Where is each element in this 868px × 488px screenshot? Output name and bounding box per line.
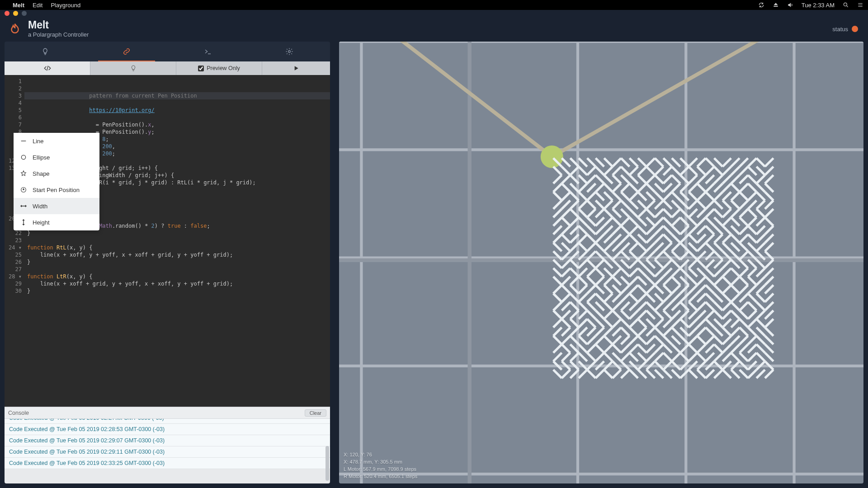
svg-line-30	[655, 158, 664, 167]
menu-icon[interactable]	[857, 2, 863, 8]
volume-icon[interactable]	[787, 2, 793, 8]
svg-line-242	[689, 226, 698, 235]
app-header: Melt a Polargraph Controller status	[0, 16, 868, 42]
zoom-window-button[interactable]	[22, 11, 27, 16]
svg-line-544	[604, 328, 613, 336]
svg-line-61	[697, 167, 706, 175]
svg-line-385	[579, 277, 587, 285]
svg-line-21	[579, 158, 587, 167]
console-scrollbar[interactable]	[326, 446, 329, 481]
svg-line-412	[587, 285, 596, 294]
svg-line-193	[714, 209, 723, 217]
minimize-window-button[interactable]	[13, 11, 18, 16]
svg-line-473	[663, 302, 672, 310]
svg-line-192	[706, 209, 714, 217]
toolbar-preview-only[interactable]: Preview Only	[176, 61, 262, 75]
svg-line-516	[587, 319, 596, 328]
svg-line-70	[553, 175, 562, 183]
svg-line-166	[706, 201, 714, 209]
svg-line-51	[613, 167, 621, 175]
svg-line-426	[706, 285, 714, 294]
svg-line-678	[638, 370, 646, 378]
toolbar-hints[interactable]	[90, 61, 176, 75]
svg-line-155	[613, 201, 621, 209]
code-editor[interactable]: 123456789101112 ▾13 ▾14151617181920 ▾212…	[5, 75, 330, 407]
svg-line-298	[722, 243, 731, 251]
overlay-mm-coords: X: 478.7 mm, Y: 305.5 mm	[344, 458, 417, 465]
plotter-canvas[interactable]: X: 120, Y: 76 X: 478.7 mm, Y: 305.5 mm L…	[339, 42, 863, 483]
menubar-item-edit[interactable]: Edit	[33, 2, 42, 9]
svg-line-286	[621, 243, 630, 251]
dropdown-item-line[interactable]: Line	[14, 133, 99, 149]
dropdown-item-shape[interactable]: Shape	[14, 165, 99, 182]
svg-line-118	[740, 183, 748, 192]
macos-menubar: Melt Edit Playground Tue 2:33 AM	[0, 0, 868, 10]
svg-line-530	[706, 319, 714, 328]
svg-line-446	[655, 294, 664, 302]
editor-content[interactable]: pattern from current Pen Position https:…	[24, 75, 330, 407]
svg-line-688	[722, 370, 731, 378]
connection-status[interactable]: status	[832, 26, 858, 33]
svg-line-636	[722, 353, 731, 361]
svg-line-160	[655, 201, 664, 209]
toolbar-insert-shape[interactable]	[5, 61, 90, 75]
dropdown-item-ellipse[interactable]: Ellipse	[14, 149, 99, 165]
svg-line-251	[765, 226, 774, 235]
svg-line-420	[655, 285, 664, 294]
toolbar-run[interactable]	[262, 61, 330, 75]
svg-line-517	[596, 319, 604, 328]
svg-line-615	[765, 344, 774, 353]
svg-line-627	[646, 353, 655, 361]
svg-line-525	[663, 319, 672, 328]
svg-line-391	[629, 277, 638, 285]
svg-line-205	[596, 217, 604, 226]
svg-line-113	[697, 183, 706, 192]
console-body[interactable]: Code Executed @ Tue Feb 05 2019 02:27:xx…	[5, 419, 330, 483]
svg-line-159	[646, 201, 655, 209]
svg-line-388	[604, 277, 613, 285]
svg-line-104	[621, 183, 630, 192]
svg-line-42	[756, 158, 765, 167]
svg-line-668	[553, 370, 562, 378]
menubar-item-playground[interactable]: Playground	[51, 2, 80, 9]
preview-only-checkbox[interactable]	[198, 66, 204, 71]
svg-line-208	[621, 217, 630, 226]
svg-line-256	[587, 235, 596, 243]
svg-line-635	[714, 353, 723, 361]
svg-line-372	[689, 268, 698, 277]
tab-link[interactable]	[86, 42, 167, 61]
svg-line-682	[672, 370, 680, 378]
tab-settings[interactable]	[249, 42, 330, 61]
svg-line-499	[663, 310, 672, 319]
svg-line-467	[613, 302, 621, 310]
svg-line-430	[740, 285, 748, 294]
svg-line-108	[655, 183, 664, 192]
svg-line-690	[740, 370, 748, 378]
console-row: Code Executed @ Tue Feb 05 2019 02:28:53…	[5, 424, 330, 435]
svg-line-533	[731, 319, 740, 328]
sync-icon[interactable]	[758, 2, 764, 8]
svg-line-681	[663, 370, 672, 378]
svg-line-411	[579, 285, 587, 294]
svg-line-66	[740, 167, 748, 175]
menubar-app-name[interactable]: Melt	[13, 2, 24, 9]
svg-line-184	[638, 209, 646, 217]
console-clear-button[interactable]: Clear	[305, 409, 326, 417]
menubar-clock[interactable]: Tue 2:33 AM	[802, 2, 835, 9]
insert-shape-dropdown[interactable]: LineEllipseShapeStart Pen PositionWidthH…	[14, 133, 99, 230]
tab-hints[interactable]	[5, 42, 86, 61]
close-window-button[interactable]	[5, 11, 9, 16]
svg-line-200	[553, 217, 562, 226]
svg-line-613	[748, 344, 757, 353]
eject-icon[interactable]	[773, 2, 779, 8]
dropdown-item-start-pen-position[interactable]: Start Pen Position	[14, 182, 99, 198]
svg-line-395	[663, 277, 672, 285]
svg-line-239	[663, 226, 672, 235]
dropdown-item-label: Shape	[33, 170, 50, 177]
svg-line-248	[740, 226, 748, 235]
svg-line-69	[765, 167, 774, 175]
dropdown-item-height[interactable]: Height	[14, 214, 99, 230]
spotlight-icon[interactable]	[843, 2, 849, 8]
tab-terminal[interactable]	[167, 42, 249, 61]
dropdown-item-width[interactable]: Width	[14, 198, 99, 214]
